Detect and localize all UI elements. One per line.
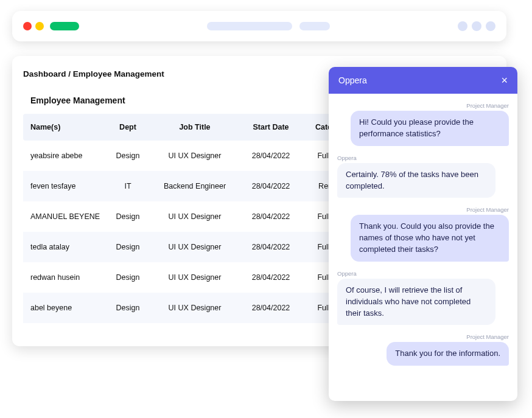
chat-header: Oppera × xyxy=(329,67,517,94)
cell-start: 28/04/2022 xyxy=(237,152,304,160)
cell-title: UI UX Designer xyxy=(152,273,237,282)
cell-dept: Design xyxy=(103,273,152,282)
placeholder-block xyxy=(299,22,330,30)
maximize-window-icon[interactable] xyxy=(50,22,79,30)
col-dept: Dept xyxy=(103,123,152,131)
cell-start: 28/04/2022 xyxy=(237,212,304,221)
chat-widget: Oppera × Project ManagerHi! Could you pl… xyxy=(329,67,517,401)
cell-dept: IT xyxy=(103,182,152,190)
cell-name: feven tesfaye xyxy=(30,182,103,190)
close-icon[interactable]: × xyxy=(501,74,508,87)
manager-bubble: Hi! Could you please provide the perform… xyxy=(351,111,509,146)
placeholder-block xyxy=(207,22,292,30)
manager-bubble: Thank you. Could you also provide the na… xyxy=(351,215,509,262)
sender-label: Project Manager xyxy=(337,206,509,213)
cell-title: Backend Engineer xyxy=(152,182,237,190)
toolbar-dot-icon xyxy=(458,21,467,31)
cell-title: UI UX Designer xyxy=(152,152,237,160)
window-controls xyxy=(23,22,79,30)
cell-start: 28/04/2022 xyxy=(237,243,304,251)
cell-name: yeabsire abebe xyxy=(30,152,103,160)
cell-dept: Design xyxy=(103,243,152,251)
close-window-icon[interactable] xyxy=(23,22,32,30)
chat-title: Oppera xyxy=(338,75,367,85)
sender-label: Oppera xyxy=(337,155,509,161)
col-title: Job Title xyxy=(152,123,237,131)
cell-dept: Design xyxy=(103,152,152,160)
cell-start: 28/04/2022 xyxy=(237,304,304,312)
chat-message: OpperaOf course, I will retrieve the lis… xyxy=(337,270,509,326)
cell-title: UI UX Designer xyxy=(152,212,237,221)
minimize-window-icon[interactable] xyxy=(35,22,44,30)
oppera-bubble: Certainly. 78% of the tasks have been co… xyxy=(337,163,495,198)
oppera-bubble: Of course, I will retrieve the list of i… xyxy=(337,279,495,326)
sender-label: Project Manager xyxy=(337,102,509,109)
col-name: Name(s) xyxy=(30,123,103,131)
toolbar-dot-icon xyxy=(486,21,495,31)
cell-name: redwan husein xyxy=(30,273,103,282)
manager-bubble: Thank you for the information. xyxy=(387,342,509,366)
cell-dept: Design xyxy=(103,304,152,312)
browser-chrome xyxy=(12,11,506,41)
col-start: Start Date xyxy=(237,123,304,131)
cell-name: abel beyene xyxy=(30,304,103,312)
cell-name: tedla atalay xyxy=(30,243,103,251)
chat-message: Project ManagerHi! Could you please prov… xyxy=(337,102,509,146)
cell-start: 28/04/2022 xyxy=(237,182,304,190)
chat-message: Project ManagerThank you for the informa… xyxy=(337,333,509,366)
sender-label: Project Manager xyxy=(337,333,509,340)
sender-label: Oppera xyxy=(337,270,509,277)
cell-title: UI UX Designer xyxy=(152,304,237,312)
address-bar-placeholder xyxy=(207,22,330,30)
chat-message: Project ManagerThank you. Could you also… xyxy=(337,206,509,262)
toolbar-dot-icon xyxy=(472,21,481,31)
chat-body: Project ManagerHi! Could you please prov… xyxy=(329,94,517,401)
cell-title: UI UX Designer xyxy=(152,243,237,251)
cell-start: 28/04/2022 xyxy=(237,273,304,282)
chat-message: OpperaCertainly. 78% of the tasks have b… xyxy=(337,155,509,198)
cell-dept: Design xyxy=(103,212,152,221)
cell-name: AMANUEL BEYENE xyxy=(30,212,103,221)
toolbar-right xyxy=(458,21,495,31)
